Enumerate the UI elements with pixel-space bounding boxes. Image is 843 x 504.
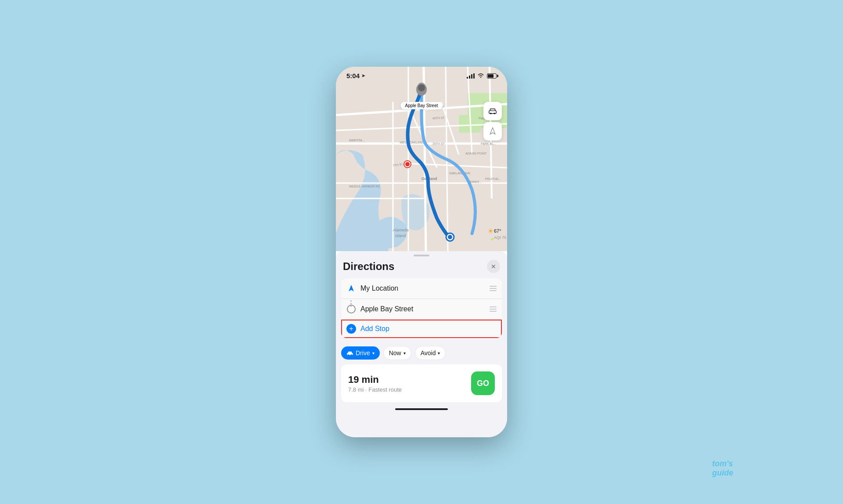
options-bar: Drive ▾ Now ▾ Avoid ▾	[336, 342, 507, 364]
location-icon	[346, 284, 356, 293]
directions-title: Directions	[343, 260, 394, 273]
svg-point-0	[480, 77, 481, 78]
signal-bar-3	[471, 74, 472, 79]
drive-option[interactable]: Drive ▾	[341, 346, 380, 360]
reorder-icon-2[interactable]	[490, 306, 497, 312]
svg-point-64	[494, 113, 495, 115]
home-indicator	[395, 408, 448, 410]
waypoint-my-location[interactable]: My Location	[341, 278, 502, 299]
drive-chevron-icon: ▾	[372, 351, 375, 356]
car-mode-button[interactable]	[483, 102, 502, 120]
add-stop-icon: +	[346, 324, 356, 334]
signal-bar-1	[467, 77, 468, 79]
svg-text:Island: Island	[395, 234, 406, 238]
avoid-label: Avoid	[421, 349, 436, 356]
svg-point-63	[490, 113, 492, 115]
drag-handle-area	[336, 251, 507, 258]
svg-point-37	[448, 235, 452, 239]
now-label: Now	[389, 349, 401, 356]
svg-point-57	[491, 238, 494, 241]
drive-label: Drive	[356, 349, 370, 356]
svg-text:ADAMS POINT: ADAMS POINT	[465, 152, 487, 155]
close-button[interactable]: ✕	[487, 260, 500, 273]
svg-text:FRUITVA...: FRUITVA...	[485, 177, 501, 180]
svg-point-39	[405, 162, 410, 166]
battery-fill	[488, 74, 494, 78]
svg-point-67	[351, 354, 352, 356]
avoid-option[interactable]: Avoid ▾	[415, 346, 446, 360]
status-bar: 5:04 ➤	[336, 67, 507, 81]
waypoint-destination[interactable]: Apple Bay Street	[341, 299, 502, 320]
go-button[interactable]: GO	[471, 371, 495, 395]
watermark: tom's guide	[712, 459, 733, 478]
map-buttons	[483, 102, 502, 140]
svg-text:67°: 67°	[494, 228, 501, 234]
map-area[interactable]: 51ST ST 45TH ST 35TH ST 7TH ST MIDDLE HA…	[336, 67, 507, 251]
add-stop-button[interactable]: + Add Stop	[341, 320, 502, 338]
signal-bar-2	[469, 76, 470, 79]
add-stop-label: Add Stop	[360, 325, 389, 333]
svg-text:WEST OAKLAND: WEST OAKLAND	[400, 141, 424, 144]
directions-header: Directions ✕	[336, 258, 507, 278]
reorder-icon-1[interactable]	[490, 286, 497, 291]
destination-chip: Apple Bay Street	[400, 102, 442, 109]
svg-text:☀: ☀	[487, 227, 494, 235]
route-details: 7.8 mi · Fastest route	[348, 386, 402, 393]
location-arrow-icon: ➤	[361, 73, 365, 79]
status-icons	[467, 72, 497, 79]
svg-text:Alameda: Alameda	[393, 228, 409, 232]
navigation-button[interactable]	[483, 122, 502, 140]
route-card: 19 min 7.8 mi · Fastest route GO	[341, 364, 502, 402]
now-option[interactable]: Now ▾	[383, 346, 411, 360]
wifi-icon	[477, 72, 484, 79]
avoid-chevron-icon: ▾	[438, 351, 440, 356]
svg-rect-62	[489, 111, 497, 113]
waypoint-connector	[350, 300, 352, 307]
svg-text:AQI 75: AQI 75	[494, 235, 506, 240]
status-time: 5:04	[346, 72, 360, 79]
battery-icon	[487, 73, 497, 79]
destination-label: Apple Bay Street	[360, 305, 485, 313]
route-time: 19 min	[348, 374, 402, 385]
svg-text:OAKLAND AVE: OAKLAND AVE	[449, 172, 471, 175]
svg-point-66	[348, 354, 349, 356]
home-indicator-area	[336, 406, 507, 414]
signal-bar-4	[473, 73, 475, 79]
map-svg: 51ST ST 45TH ST 35TH ST 7TH ST MIDDLE HA…	[336, 67, 507, 251]
phone-frame: 5:04 ➤	[336, 67, 507, 437]
route-info: 19 min 7.8 mi · Fastest route	[348, 374, 402, 393]
my-location-label: My Location	[360, 284, 485, 292]
svg-point-61	[418, 84, 425, 91]
svg-text:MARITIM...: MARITIM...	[349, 139, 364, 142]
drag-handle	[414, 255, 429, 256]
waypoints-section: My Location Apple Bay Street	[341, 278, 502, 338]
now-chevron-icon: ▾	[403, 351, 406, 356]
svg-text:MIDDLE HARBOR RD: MIDDLE HARBOR RD	[349, 185, 380, 188]
bottom-panel: Directions ✕ My Location	[336, 251, 507, 437]
svg-text:35TH ST: 35TH ST	[432, 142, 445, 145]
signal-bars	[467, 73, 475, 79]
svg-text:PARK BL...: PARK BL...	[481, 142, 496, 145]
